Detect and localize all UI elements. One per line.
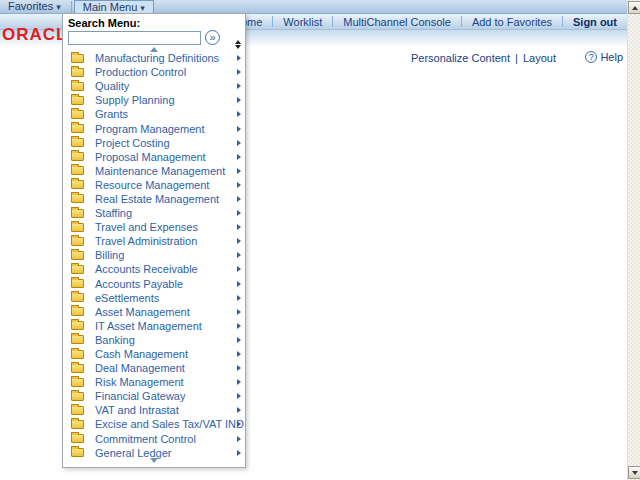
menu-item-label: Travel and Expenses — [95, 221, 198, 233]
menu-scroll-down-button[interactable] — [63, 456, 245, 465]
chevron-right-icon — [237, 323, 241, 329]
menu-item[interactable]: Financial Gateway — [63, 389, 245, 403]
menu-item[interactable]: Quality — [63, 79, 245, 93]
favorites-label: Favorites — [8, 0, 53, 12]
menu-item[interactable]: Cash Management — [63, 347, 245, 361]
menu-item-label: Supply Planning — [95, 94, 175, 106]
chevron-right-icon — [237, 69, 241, 75]
menu-item[interactable]: Manufacturing Definitions — [63, 51, 245, 65]
menu-item[interactable]: Asset Management — [63, 305, 245, 319]
folder-icon — [71, 293, 84, 302]
menu-item[interactable]: Travel Administration — [63, 234, 245, 248]
menu-item[interactable]: Program Management — [63, 121, 245, 135]
menu-item-label: Financial Gateway — [95, 390, 186, 402]
menu-item[interactable]: Real Estate Management — [63, 192, 245, 206]
nav-divider — [332, 16, 333, 27]
main-menu-button[interactable]: Main Menu ▾ — [74, 0, 154, 14]
nav-add-to-favorites-link[interactable]: Add to Favorites — [472, 16, 552, 28]
menu-item-label: Project Costing — [95, 137, 170, 149]
menubar-divider — [71, 1, 72, 13]
menu-item-label: Maintenance Management — [95, 165, 225, 177]
menu-item[interactable]: Proposal Management — [63, 150, 245, 164]
chevron-right-icon — [237, 126, 241, 132]
chevron-right-icon — [237, 281, 241, 287]
menu-item[interactable]: Deal Management — [63, 361, 245, 375]
menu-item[interactable]: eSettlements — [63, 291, 245, 305]
menu-item[interactable]: Travel and Expenses — [63, 220, 245, 234]
scrollbar-up-button[interactable] — [628, 1, 640, 14]
menu-item-label: Accounts Payable — [95, 278, 183, 290]
menu-item[interactable]: Commitment Control — [63, 432, 245, 446]
chevron-right-icon — [237, 295, 241, 301]
application-window: Favorites ▾ Main Menu ▾ Home Worklist Mu… — [0, 0, 640, 480]
chevron-right-icon — [237, 55, 241, 61]
menu-item[interactable]: Accounts Receivable — [63, 262, 245, 276]
menu-item[interactable]: Risk Management — [63, 375, 245, 389]
scrollbar-down-button[interactable] — [628, 466, 640, 479]
menu-item[interactable]: VAT and Intrastat — [63, 403, 245, 417]
help-link[interactable]: Help — [600, 51, 623, 63]
folder-icon — [71, 392, 84, 401]
menu-item[interactable]: Maintenance Management — [63, 164, 245, 178]
folder-icon — [71, 335, 84, 344]
menu-item-label: eSettlements — [95, 292, 159, 304]
menu-item[interactable]: Production Control — [63, 65, 245, 79]
triangle-down-icon — [235, 45, 241, 49]
vertical-scrollbar[interactable] — [627, 0, 640, 480]
help-area[interactable]: ? Help — [585, 51, 623, 63]
chevron-right-icon — [237, 337, 241, 343]
folder-icon — [71, 110, 84, 119]
nav-divider — [461, 16, 462, 27]
menu-item-label: Cash Management — [95, 348, 188, 360]
chevron-right-icon — [237, 97, 241, 103]
folder-icon — [71, 152, 84, 161]
menu-item[interactable]: Banking — [63, 333, 245, 347]
menu-item-list: Manufacturing DefinitionsProduction Cont… — [63, 51, 245, 460]
search-menu-label: Search Menu: — [68, 17, 245, 29]
chevron-right-icon — [237, 407, 241, 413]
folder-icon — [71, 321, 84, 330]
main-menu-label: Main Menu — [83, 1, 137, 13]
chevron-right-icon — [237, 111, 241, 117]
menu-item[interactable]: Project Costing — [63, 136, 245, 150]
menu-item[interactable]: Grants — [63, 107, 245, 121]
folder-icon — [71, 138, 84, 147]
sign-out-link[interactable]: Sign out — [573, 16, 617, 28]
folder-icon — [71, 124, 84, 133]
chevron-right-icon — [237, 196, 241, 202]
menu-item-label: Production Control — [95, 66, 186, 78]
folder-icon — [71, 68, 84, 77]
nav-worklist-link[interactable]: Worklist — [283, 16, 322, 28]
menu-item[interactable]: Staffing — [63, 206, 245, 220]
nav-divider — [272, 16, 273, 27]
menu-item[interactable]: Excise and Sales Tax/VAT IND — [63, 417, 245, 431]
favorites-menu-button[interactable]: Favorites ▾ — [0, 0, 69, 14]
chevron-right-icon — [237, 450, 241, 456]
menu-item[interactable]: Billing — [63, 248, 245, 262]
menu-item-label: VAT and Intrastat — [95, 404, 179, 416]
layout-link[interactable]: Layout — [523, 52, 556, 64]
menu-item-label: Staffing — [95, 207, 132, 219]
folder-icon — [71, 82, 84, 91]
nav-multichannel-console-link[interactable]: MultiChannel Console — [343, 16, 451, 28]
personalize-content-link[interactable]: Personalize Content — [411, 52, 510, 64]
menu-item-label: Asset Management — [95, 306, 190, 318]
menu-item-label: Banking — [95, 334, 135, 346]
folder-icon — [71, 364, 84, 373]
menu-item[interactable]: Supply Planning — [63, 93, 245, 107]
folder-icon — [71, 307, 84, 316]
menu-item-label: Commitment Control — [95, 433, 196, 445]
menu-item[interactable]: Accounts Payable — [63, 277, 245, 291]
search-go-icon[interactable]: » — [205, 30, 220, 45]
triangle-up-icon — [632, 6, 638, 10]
chevron-right-icon — [237, 224, 241, 230]
chevron-down-icon: ▾ — [140, 3, 145, 13]
menu-item[interactable]: IT Asset Management — [63, 319, 245, 333]
chevron-down-icon: ▾ — [56, 2, 61, 12]
menu-item-label: Resource Management — [95, 179, 209, 191]
menu-item[interactable]: Resource Management — [63, 178, 245, 192]
menu-search-input[interactable] — [68, 31, 201, 45]
menu-resize-handle[interactable] — [234, 40, 242, 49]
folder-icon — [71, 350, 84, 359]
help-icon: ? — [585, 51, 597, 63]
